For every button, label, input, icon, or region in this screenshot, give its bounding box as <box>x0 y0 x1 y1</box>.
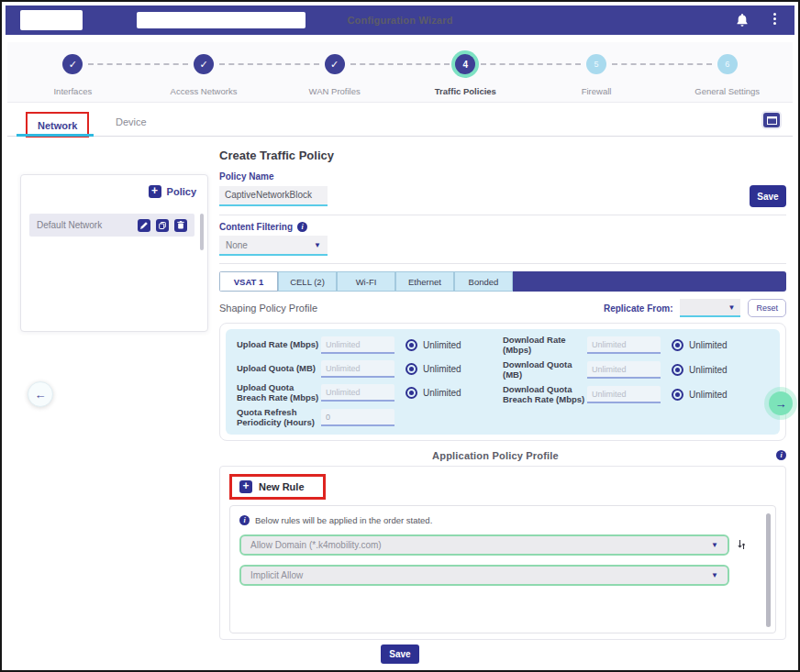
rule-row: Allow Domain (*.k4mobility.com) ▼ <box>239 534 753 556</box>
step-traffic-policies[interactable]: 4 Traffic Policies <box>400 54 531 102</box>
step-general-settings[interactable]: 6 General Settings <box>661 54 793 102</box>
tab-bonded[interactable]: Bonded <box>454 271 513 292</box>
titlebar: Configuration Wizard <box>6 6 794 35</box>
bottom-save-button[interactable]: Save <box>381 644 419 664</box>
radio-selected-icon[interactable] <box>672 389 683 401</box>
kebab-menu-icon[interactable] <box>773 13 776 25</box>
policy-name-label: Policy Name <box>219 171 786 182</box>
replicate-from-label: Replicate From: <box>604 303 673 314</box>
step-check-icon: ✓ <box>62 54 83 74</box>
step-check-icon: ✓ <box>194 54 214 74</box>
pencil-icon <box>140 222 148 229</box>
upload-quota-breach-input[interactable] <box>321 384 394 402</box>
rule-select-allow-domain[interactable]: Allow Domain (*.k4mobility.com) ▼ <box>239 534 729 556</box>
download-quota-input[interactable] <box>587 361 661 379</box>
tab-vsat-1[interactable]: VSAT 1 <box>219 271 278 292</box>
new-rule-label: New Rule <box>259 481 305 492</box>
page-title: Configuration Wizard <box>6 15 794 26</box>
upload-column: Upload Rate (Mbps) Unlimited Upload Quot… <box>237 336 503 428</box>
add-policy-button[interactable]: + Policy <box>149 185 196 198</box>
wizard-stepper: ✓ Interfaces ✓ Access Networks ✓ WAN Pro… <box>7 42 793 103</box>
window-panel-icon[interactable] <box>763 113 780 127</box>
quota-refresh-input[interactable] <box>321 409 394 426</box>
upload-quota-breach-row: Upload Quota Breach Rate (Mbps) Unlimite… <box>237 383 503 403</box>
back-button[interactable]: ← <box>28 381 53 407</box>
step-wan-profiles[interactable]: ✓ WAN Profiles <box>269 54 400 102</box>
back-arrow-icon: ← <box>35 388 47 402</box>
policy-name-text: Default Network <box>37 220 132 230</box>
save-button[interactable]: Save <box>750 185 786 207</box>
tab-ethernet[interactable]: Ethernet <box>395 271 454 292</box>
edit-policy-button[interactable] <box>138 219 150 232</box>
notifications-bell-icon[interactable] <box>736 14 749 27</box>
scope-tabs: Network Device <box>7 109 793 137</box>
form-title: Create Traffic Policy <box>219 149 786 162</box>
step-number: 4 <box>455 54 475 74</box>
step-interfaces[interactable]: ✓ Interfaces <box>7 54 139 102</box>
radio-selected-icon[interactable] <box>672 364 683 376</box>
info-icon: i <box>239 515 250 525</box>
delete-policy-button[interactable] <box>174 219 187 232</box>
tab-wifi[interactable]: Wi-FI <box>337 271 395 292</box>
divider <box>219 263 786 264</box>
next-arrow-icon: → <box>775 397 787 411</box>
rule-select-implicit-allow[interactable]: Implicit Allow ▼ <box>239 565 729 586</box>
info-icon[interactable]: i <box>297 222 307 232</box>
annotation-box-new-rule: + New Rule <box>229 474 326 500</box>
chevron-down-icon: ▼ <box>711 541 718 549</box>
chevron-down-icon: ▼ <box>728 303 736 312</box>
content-filtering-value: None <box>226 240 248 250</box>
application-policy-title: Application Policy Profile <box>219 450 772 461</box>
step-access-networks[interactable]: ✓ Access Networks <box>139 54 270 102</box>
sort-arrows-icon <box>737 539 747 550</box>
tab-device[interactable]: Device <box>116 116 147 127</box>
next-arrow-button[interactable]: → <box>769 391 793 415</box>
copy-policy-button[interactable] <box>156 219 169 232</box>
interface-tab-bar: VSAT 1 CELL (2) Wi-FI Ethernet Bonded <box>219 271 786 292</box>
reorder-rule-handle[interactable] <box>729 539 753 550</box>
policy-list-item[interactable]: Default Network <box>29 214 194 237</box>
application-policy-card: + New Rule i Below rules will be applied… <box>219 466 786 640</box>
tab-network[interactable]: Network <box>38 120 77 131</box>
radio-selected-icon[interactable] <box>406 339 417 351</box>
new-rule-button[interactable]: + New Rule <box>239 480 305 493</box>
add-policy-label: Policy <box>167 186 196 197</box>
step-number: 5 <box>586 54 606 74</box>
replicate-from-select[interactable]: ▼ <box>680 299 740 317</box>
download-column: Download Rate (Mbps) Unlimited Download … <box>503 336 769 428</box>
policy-name-input[interactable] <box>219 186 328 206</box>
tab-cell[interactable]: CELL (2) <box>278 271 337 292</box>
logo-placeholder <box>20 10 83 30</box>
download-rate-input[interactable] <box>587 336 661 354</box>
header-text-placeholder <box>137 12 306 28</box>
chevron-down-icon: ▼ <box>314 241 321 249</box>
radio-selected-icon[interactable] <box>672 339 683 351</box>
radio-selected-icon[interactable] <box>406 387 417 399</box>
content-filtering-select[interactable]: None ▼ <box>219 236 328 256</box>
app-window: Configuration Wizard ✓ Interfaces ✓ Acce… <box>0 0 800 672</box>
rules-scrollbar[interactable] <box>766 513 771 627</box>
reset-button[interactable]: Reset <box>748 299 786 317</box>
step-number: 6 <box>717 54 738 74</box>
radio-selected-icon[interactable] <box>406 363 417 375</box>
policy-list-scrollbar[interactable] <box>200 214 204 250</box>
upload-quota-input[interactable] <box>321 360 394 378</box>
upload-rate-row: Upload Rate (Mbps) Unlimited <box>237 336 503 355</box>
rule-row: Implicit Allow ▼ <box>239 565 753 586</box>
rules-info-text: Below rules will be applied in the order… <box>255 515 432 525</box>
active-tab-underline <box>17 134 94 137</box>
plus-icon: + <box>149 185 161 198</box>
download-quota-breach-input[interactable] <box>587 386 661 403</box>
content-filtering-label: Content Filtering <box>219 222 293 232</box>
trash-icon <box>177 221 184 229</box>
info-icon[interactable]: i <box>776 450 786 460</box>
step-firewall[interactable]: 5 Firewall <box>531 54 662 102</box>
download-quota-row: Download Quota (MB) Unlimited <box>503 360 769 380</box>
rules-list-panel: i Below rules will be applied in the ord… <box>229 505 776 633</box>
plus-icon: + <box>239 480 252 493</box>
upload-rate-input[interactable] <box>321 336 394 354</box>
shaping-policy-card: Upload Rate (Mbps) Unlimited Upload Quot… <box>219 323 786 441</box>
quota-refresh-row: Quota Refresh Periodicity (Hours) <box>237 408 503 428</box>
step-check-icon: ✓ <box>325 54 345 74</box>
copy-icon <box>159 222 166 229</box>
